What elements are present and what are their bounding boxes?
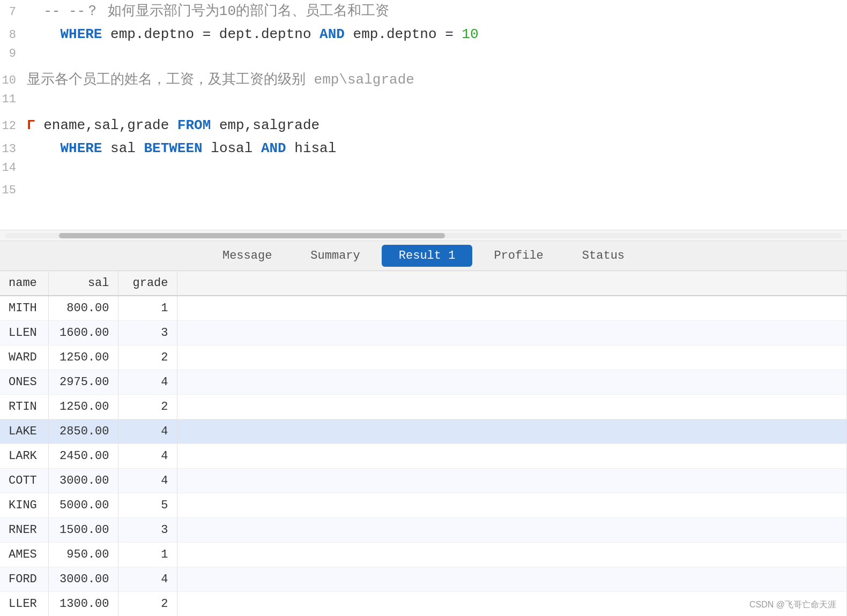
line-number: 15 (0, 184, 27, 197)
cell-grade: 4 (118, 444, 177, 469)
table-row: WARD1250.002 (0, 345, 847, 370)
cell-sal: 1300.00 (48, 592, 118, 617)
cell-empty (177, 592, 847, 617)
column-header-sal: sal (48, 271, 118, 296)
line-content: WHERE sal BETWEEN losal AND hisal (27, 138, 336, 159)
line-content: 显示各个员工的姓名，工资，及其工资的级别 emp\salgrade (27, 70, 414, 91)
cell-sal: 1600.00 (48, 321, 118, 345)
table-row: ONES2975.004 (0, 370, 847, 395)
line-number: 8 (0, 28, 27, 42)
cell-sal: 2850.00 (48, 419, 118, 444)
line-number: 10 (0, 74, 27, 87)
line-number: 7 (0, 5, 27, 19)
horizontal-scrollbar[interactable] (0, 230, 847, 241)
cell-grade: 3 (118, 321, 177, 345)
cell-empty (177, 518, 847, 543)
cell-name: KING (0, 493, 48, 518)
code-editor[interactable]: 7 -- --？ 如何显示部门号为10的部门名、员工名和工资8 WHERE em… (0, 0, 847, 230)
cell-grade: 4 (118, 469, 177, 493)
cell-empty (177, 419, 847, 444)
table-row: FORD3000.004 (0, 567, 847, 592)
code-line: 12Γ ename,sal,grade FROM emp,salgrade (0, 114, 847, 137)
line-content: WHERE emp.deptno = dept.deptno AND emp.d… (27, 24, 479, 45)
cell-sal: 950.00 (48, 543, 118, 567)
scrollbar-track (5, 233, 842, 238)
table-row: RTIN1250.002 (0, 395, 847, 419)
code-line: 9 (0, 46, 847, 69)
cell-grade: 4 (118, 567, 177, 592)
cell-empty (177, 395, 847, 419)
cell-empty (177, 345, 847, 370)
results-table: namesalgrade MITH800.001LLEN1600.003WARD… (0, 271, 847, 616)
line-number: 13 (0, 142, 27, 156)
code-line: 11 (0, 92, 847, 114)
tab-result-1[interactable]: Result 1 (382, 245, 473, 267)
cell-sal: 3000.00 (48, 469, 118, 493)
line-number: 14 (0, 161, 27, 175)
table-row: COTT3000.004 (0, 469, 847, 493)
cell-name: LAKE (0, 419, 48, 444)
tab-profile[interactable]: Profile (477, 245, 560, 267)
column-header-grade: grade (118, 271, 177, 296)
cell-name: COTT (0, 469, 48, 493)
scrollbar-thumb[interactable] (59, 233, 445, 238)
line-number: 9 (0, 47, 27, 61)
results-table-container: namesalgrade MITH800.001LLEN1600.003WARD… (0, 271, 847, 616)
table-row: LARK2450.004 (0, 444, 847, 469)
cell-empty (177, 444, 847, 469)
cell-name: AMES (0, 543, 48, 567)
cell-empty (177, 493, 847, 518)
cell-grade: 1 (118, 543, 177, 567)
cell-grade: 1 (118, 296, 177, 321)
tab-message[interactable]: Message (205, 245, 289, 267)
cell-empty (177, 296, 847, 321)
cell-name: RTIN (0, 395, 48, 419)
code-line: 15 (0, 183, 847, 205)
code-line: 14 (0, 160, 847, 183)
line-number: 11 (0, 93, 27, 106)
cell-grade: 3 (118, 518, 177, 543)
cell-grade: 4 (118, 419, 177, 444)
line-content: Γ ename,sal,grade FROM emp,salgrade (27, 115, 320, 136)
cell-name: LLEN (0, 321, 48, 345)
line-number: 12 (0, 119, 27, 133)
table-row: RNER1500.003 (0, 518, 847, 543)
table-row: MITH800.001 (0, 296, 847, 321)
tab-summary[interactable]: Summary (293, 245, 377, 267)
cell-grade: 5 (118, 493, 177, 518)
cell-sal: 3000.00 (48, 567, 118, 592)
cell-name: ONES (0, 370, 48, 395)
cell-empty (177, 567, 847, 592)
code-line: 8 WHERE emp.deptno = dept.deptno AND emp… (0, 23, 847, 46)
table-row: AMES950.001 (0, 543, 847, 567)
table-row: KING5000.005 (0, 493, 847, 518)
cell-sal: 1250.00 (48, 345, 118, 370)
cell-grade: 4 (118, 370, 177, 395)
tabs-bar: MessageSummaryResult 1ProfileStatus (0, 241, 847, 271)
cell-sal: 5000.00 (48, 493, 118, 518)
cell-grade: 2 (118, 345, 177, 370)
cell-grade: 2 (118, 395, 177, 419)
column-header-rest (177, 271, 847, 296)
cell-name: MITH (0, 296, 48, 321)
cell-empty (177, 469, 847, 493)
column-header-name: name (0, 271, 48, 296)
cell-name: LARK (0, 444, 48, 469)
tab-status[interactable]: Status (565, 245, 642, 267)
cell-empty (177, 543, 847, 567)
table-row: LAKE2850.004 (0, 419, 847, 444)
table-row: LLER1300.002 (0, 592, 847, 617)
code-line: 13 WHERE sal BETWEEN losal AND hisal (0, 137, 847, 160)
line-content: -- --？ 如何显示部门号为10的部门名、员工名和工资 (27, 1, 389, 22)
cell-name: WARD (0, 345, 48, 370)
code-line: 10显示各个员工的姓名，工资，及其工资的级别 emp\salgrade (0, 69, 847, 92)
cell-sal: 1250.00 (48, 395, 118, 419)
cell-sal: 2450.00 (48, 444, 118, 469)
cell-name: RNER (0, 518, 48, 543)
code-line: 7 -- --？ 如何显示部门号为10的部门名、员工名和工资 (0, 0, 847, 23)
cell-sal: 800.00 (48, 296, 118, 321)
cell-sal: 2975.00 (48, 370, 118, 395)
cell-name: FORD (0, 567, 48, 592)
cell-grade: 2 (118, 592, 177, 617)
cell-empty (177, 321, 847, 345)
